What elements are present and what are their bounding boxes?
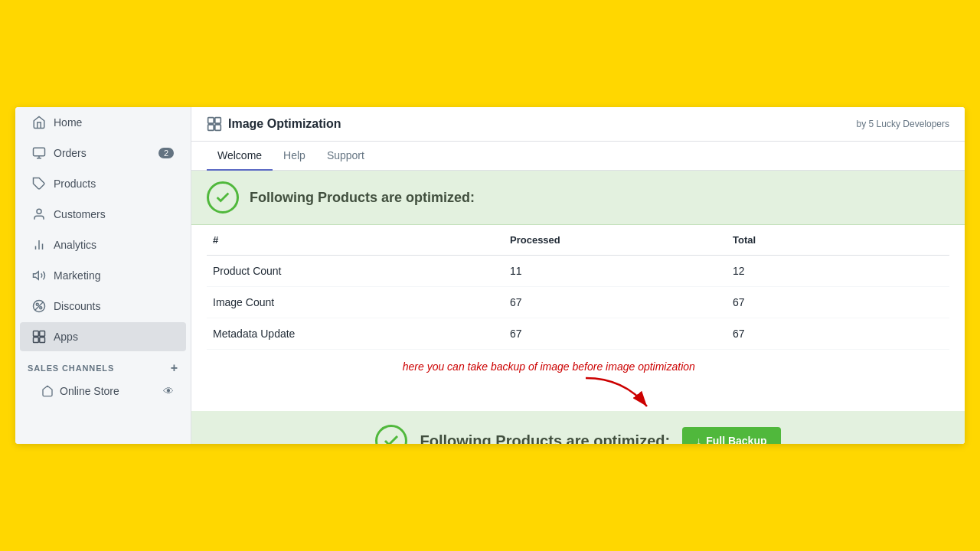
products-icon (32, 177, 46, 191)
sidebar-item-customers[interactable]: Customers (20, 200, 186, 229)
svg-marker-8 (34, 272, 39, 280)
sidebar-item-apps[interactable]: Apps (20, 322, 186, 351)
bottom-banner-text: Following Products are optimized: (420, 432, 670, 445)
annotation-area: here you can take backup of image before… (191, 350, 965, 411)
svg-point-9 (36, 303, 38, 305)
svg-rect-12 (34, 331, 39, 337)
col-header-total: Total (727, 225, 949, 256)
annotation-text: here you can take backup of image before… (403, 360, 695, 373)
top-green-banner: Following Products are optimized: (191, 171, 965, 225)
tab-help[interactable]: Help (273, 142, 316, 171)
eye-icon[interactable]: 👁 (163, 385, 174, 397)
svg-point-10 (40, 307, 42, 309)
row-metadata-processed: 67 (504, 318, 727, 350)
page-title: Image Optimization (228, 117, 857, 131)
sidebar-item-analytics-label: Analytics (54, 239, 96, 251)
table-row: Product Count 11 12 (207, 256, 949, 287)
stats-table: # Processed Total Product Count 11 12 Im… (207, 225, 949, 350)
full-backup-label: Full Backup (706, 435, 766, 444)
bottom-banner: Following Products are optimized: ↓ Full… (191, 411, 965, 444)
sales-channels-label: SALES CHANNELS (28, 364, 114, 373)
discounts-icon (32, 299, 46, 313)
sidebar-item-customers-label: Customers (54, 208, 106, 220)
sidebar-item-marketing-label: Marketing (54, 269, 100, 282)
full-backup-button[interactable]: ↓ Full Backup (682, 427, 780, 444)
sidebar-item-analytics[interactable]: Analytics (20, 230, 186, 259)
top-banner-text: Following Products are optimized: (250, 190, 475, 206)
customers-icon (32, 207, 46, 221)
add-sales-channel-icon[interactable]: + (171, 361, 178, 375)
svg-rect-13 (40, 331, 45, 337)
store-icon (41, 385, 54, 397)
col-header-name: # (207, 225, 504, 256)
home-icon (32, 116, 46, 129)
online-store-label: Online Store (60, 385, 119, 397)
tab-welcome[interactable]: Welcome (207, 142, 273, 171)
row-product-count-processed: 11 (504, 256, 727, 287)
sidebar-item-products-label: Products (54, 178, 96, 190)
download-icon: ↓ (696, 435, 701, 444)
sales-channels-section: SALES CHANNELS + (15, 352, 191, 378)
bottom-check-circle-icon (375, 425, 407, 444)
svg-rect-19 (215, 125, 221, 131)
sidebar-item-discounts-label: Discounts (54, 300, 100, 312)
svg-rect-14 (34, 337, 39, 343)
col-header-processed: Processed (504, 225, 727, 256)
page-meta: by 5 Lucky Developers (857, 119, 949, 129)
table-wrapper: # Processed Total Product Count 11 12 Im… (191, 225, 965, 350)
main-content: Image Optimization by 5 Lucky Developers… (191, 107, 965, 444)
sidebar-item-discounts[interactable]: Discounts (20, 292, 186, 321)
content-area: Following Products are optimized: # Proc… (191, 171, 965, 444)
row-metadata-name: Metadata Update (207, 318, 504, 350)
sidebar: Home Orders 2 Products Customers (15, 107, 191, 444)
svg-rect-15 (40, 337, 45, 343)
nav-tabs: Welcome Help Support (191, 142, 965, 171)
app-icon (207, 116, 222, 132)
row-product-count-total: 12 (727, 256, 949, 287)
orders-badge: 2 (158, 148, 174, 158)
check-circle-icon (207, 181, 239, 214)
row-metadata-total: 67 (727, 318, 949, 350)
sidebar-item-orders[interactable]: Orders 2 (20, 139, 186, 168)
sidebar-item-products[interactable]: Products (20, 169, 186, 198)
svg-rect-16 (208, 118, 214, 124)
sidebar-item-online-store[interactable]: Online Store 👁 (20, 379, 186, 403)
row-image-count-name: Image Count (207, 287, 504, 318)
sidebar-item-home[interactable]: Home (20, 108, 186, 137)
tab-support[interactable]: Support (316, 142, 375, 171)
svg-point-4 (37, 209, 41, 214)
top-bar: Image Optimization by 5 Lucky Developers (191, 107, 965, 142)
app-container: Home Orders 2 Products Customers (15, 107, 965, 444)
row-image-count-total: 67 (727, 287, 949, 318)
marketing-icon (32, 269, 46, 282)
sidebar-item-home-label: Home (54, 116, 82, 129)
svg-rect-0 (34, 148, 45, 156)
annotation-arrow (578, 374, 670, 412)
apps-icon (32, 330, 46, 344)
sidebar-item-apps-label: Apps (54, 331, 78, 343)
sidebar-item-orders-label: Orders (54, 147, 87, 159)
analytics-icon (32, 238, 46, 252)
svg-rect-18 (208, 125, 214, 131)
row-product-count-name: Product Count (207, 256, 504, 287)
row-image-count-processed: 67 (504, 287, 727, 318)
orders-icon (32, 146, 46, 160)
table-row: Metadata Update 67 67 (207, 318, 949, 350)
table-row: Image Count 67 67 (207, 287, 949, 318)
svg-rect-17 (215, 118, 221, 124)
sidebar-item-marketing[interactable]: Marketing (20, 261, 186, 290)
